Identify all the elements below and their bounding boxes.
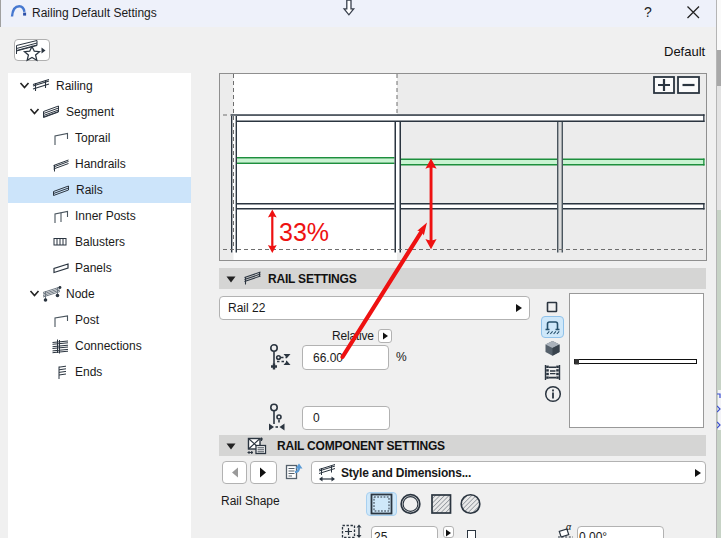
svg-text:α: α (566, 522, 572, 532)
